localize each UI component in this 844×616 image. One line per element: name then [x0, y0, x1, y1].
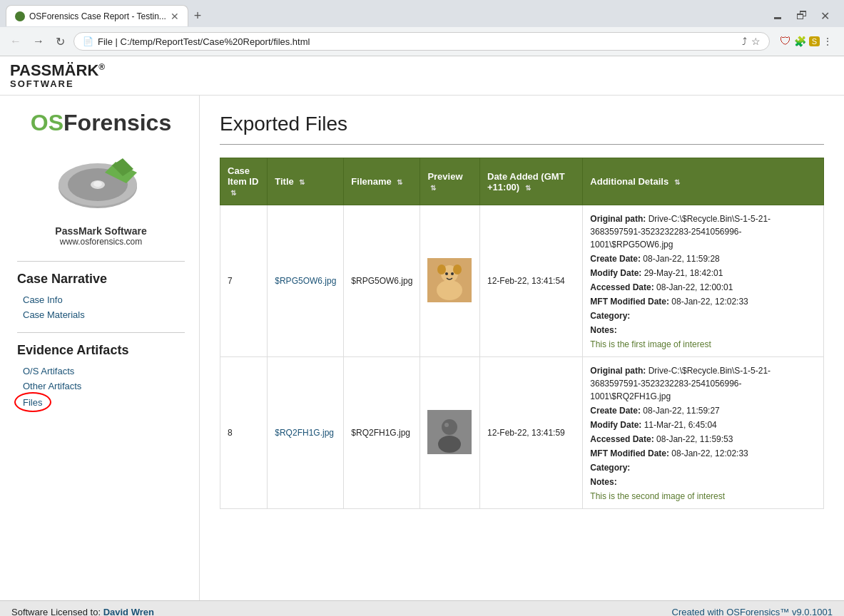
detail-original-path-1: Original path: Drive-C:\$Recycle.Bin\S-1…	[590, 212, 816, 251]
title-divider	[220, 144, 824, 145]
detail-create-date-1: Create Date: 08-Jan-22, 11:59:28	[590, 252, 816, 265]
os-text: OS	[31, 110, 63, 135]
tab-close-button[interactable]: ✕	[171, 11, 179, 22]
svg-point-8	[437, 280, 462, 300]
disc-image	[55, 148, 148, 214]
passmark-logo: PASSMÄRK® SOFTWARE	[10, 62, 106, 89]
footer-right: Created with OSForensics™ v9.0.1001	[672, 607, 833, 616]
licensed-to-name: David Wren	[103, 607, 154, 616]
passmark-header: PASSMÄRK® SOFTWARE	[0, 56, 844, 96]
svg-point-17	[444, 423, 449, 427]
detail-create-date-2: Create Date: 08-Jan-22, 11:59:27	[590, 404, 816, 417]
url-actions: ⤴ ☆	[742, 36, 761, 47]
cell-title-1: $RPG5OW6.jpg	[268, 205, 344, 357]
detail-notes-2: Notes:	[590, 476, 816, 488]
url-bar[interactable]: 📄 File | C:/temp/ReportTest/Case%20Repor…	[73, 32, 770, 51]
close-window-button[interactable]: ✕	[815, 8, 835, 24]
detail-note-text-1: This is the first image of interest	[590, 339, 816, 349]
forward-button[interactable]: →	[30, 34, 47, 49]
cell-date-1: 12-Feb-22, 13:41:54	[480, 205, 583, 357]
col-filename[interactable]: Filename ⇅	[344, 158, 420, 205]
col-additional-details[interactable]: Additional Details ⇅	[583, 158, 824, 205]
menu-button[interactable]: ⋮	[823, 36, 833, 47]
svg-point-15	[438, 436, 461, 453]
evidence-artifacts-title: Evidence Artifacts	[17, 343, 185, 358]
sidebar-item-other-artifacts[interactable]: Other Artifacts	[17, 379, 185, 394]
reload-button[interactable]: ↻	[53, 34, 68, 50]
detail-notes-1: Notes:	[590, 324, 816, 337]
cell-details-2: Original path: Drive-C:\$Recycle.Bin\S-1…	[583, 357, 824, 509]
ext-icon[interactable]: S	[809, 36, 820, 46]
sidebar-divider-2	[17, 332, 185, 333]
file-link-1[interactable]: $RPG5OW6.jpg	[275, 276, 336, 286]
window-controls: 🗕 🗗 ✕	[766, 8, 838, 24]
detail-note-text-2: This is the second image of interest	[590, 491, 816, 501]
sidebar-logo-area: OSForensics PassMark Software www.osfore…	[17, 110, 185, 247]
sidebar-item-case-info[interactable]: Case Info	[17, 292, 185, 307]
cell-details-1: Original path: Drive-C:\$Recycle.Bin\S-1…	[583, 205, 824, 357]
tab-favicon	[15, 11, 25, 21]
case-narrative-title: Case Narrative	[17, 272, 185, 287]
files-table: Case Item ID ⇅ Title ⇅ Filename ⇅ Previe…	[220, 158, 824, 509]
shield-ext-icon[interactable]: 🛡	[780, 35, 791, 48]
minimize-button[interactable]: 🗕	[766, 8, 789, 24]
osforensics-logo-text: OSForensics	[31, 110, 171, 136]
footer-left: Software Licensed to: David Wren	[11, 607, 154, 616]
sidebar-item-os-artifacts[interactable]: O/S Artifacts	[17, 364, 185, 379]
browser-extensions: 🛡 🧩 S ⋮	[776, 35, 837, 48]
sort-icon-case-id: ⇅	[230, 189, 236, 197]
col-case-item-id[interactable]: Case Item ID ⇅	[220, 158, 268, 205]
page-title: Exported Files	[220, 113, 824, 135]
tab-bar: OSForensics Case Report - Testin... ✕ + …	[0, 0, 844, 27]
sidebar-item-files-wrap: Files	[17, 395, 48, 410]
detail-accessed-date-2: Accessed Date: 08-Jan-22, 11:59:53	[590, 433, 816, 446]
sidebar: OSForensics PassMark Software www.osfore…	[0, 96, 200, 600]
table-header: Case Item ID ⇅ Title ⇅ Filename ⇅ Previe…	[220, 158, 824, 205]
detail-mft-date-1: MFT Modified Date: 08-Jan-22, 12:02:33	[590, 295, 816, 308]
cell-filename-2: $RQ2FH1G.jpg	[344, 357, 420, 509]
svg-point-10	[437, 265, 446, 274]
puzzle-icon[interactable]: 🧩	[794, 36, 806, 47]
active-tab[interactable]: OSForensics Case Report - Testin... ✕	[6, 5, 188, 26]
sidebar-item-files[interactable]: Files	[17, 395, 48, 410]
sidebar-divider-1	[17, 261, 185, 262]
table-row: 8 $RQ2FH1G.jpg $RQ2FH1G.jpg	[220, 357, 824, 509]
cell-date-2: 12-Feb-22, 13:41:59	[480, 357, 583, 509]
back-button[interactable]: ←	[7, 34, 24, 49]
col-date-added[interactable]: Date Added (GMT +11:00) ⇅	[480, 158, 583, 205]
browser-chrome: OSForensics Case Report - Testin... ✕ + …	[0, 0, 844, 56]
cell-case-id-2: 8	[220, 357, 268, 509]
svg-point-16	[442, 419, 457, 435]
detail-mft-date-2: MFT Modified Date: 08-Jan-22, 12:02:33	[590, 447, 816, 460]
cell-filename-1: $RPG5OW6.jpg	[344, 205, 420, 357]
svg-point-13	[451, 272, 454, 275]
share-icon[interactable]: ⤴	[742, 36, 747, 47]
file-link-2[interactable]: $RQ2FH1G.jpg	[275, 428, 334, 438]
cell-title-2: $RQ2FH1G.jpg	[268, 357, 344, 509]
detail-category-1: Category:	[590, 309, 816, 322]
new-tab-button[interactable]: +	[194, 9, 202, 24]
page-layout: OSForensics PassMark Software www.osfore…	[0, 96, 844, 600]
detail-category-2: Category:	[590, 461, 816, 474]
address-bar: ← → ↻ 📄 File | C:/temp/ReportTest/Case%2…	[0, 27, 844, 56]
preview-image-2	[427, 410, 472, 454]
forensics-text: Forensics	[63, 110, 171, 135]
col-preview[interactable]: Preview ⇅	[420, 158, 480, 205]
passmark-line1: PASSMÄRK®	[10, 62, 106, 79]
url-scheme-icon: 📄	[83, 36, 93, 46]
main-content: Exported Files Case Item ID ⇅ Title ⇅ Fi…	[200, 96, 844, 600]
page-footer: Software Licensed to: David Wren Created…	[0, 600, 844, 616]
svg-point-12	[445, 272, 448, 275]
bookmark-icon[interactable]: ☆	[751, 36, 761, 47]
svg-point-4	[93, 181, 102, 187]
sidebar-item-case-materials[interactable]: Case Materials	[17, 307, 185, 322]
col-title[interactable]: Title ⇅	[268, 158, 344, 205]
table-row: 7 $RPG5OW6.jpg $RPG5OW6.jpg	[220, 205, 824, 357]
restore-button[interactable]: 🗗	[790, 8, 813, 24]
detail-accessed-date-1: Accessed Date: 08-Jan-22, 12:00:01	[590, 281, 816, 294]
website: www.osforensics.com	[60, 237, 142, 247]
sort-icon-preview: ⇅	[430, 184, 436, 192]
company-name: PassMark Software	[55, 225, 146, 237]
detail-modify-date-1: Modify Date: 29-May-21, 18:42:01	[590, 267, 816, 279]
svg-point-11	[453, 265, 462, 274]
